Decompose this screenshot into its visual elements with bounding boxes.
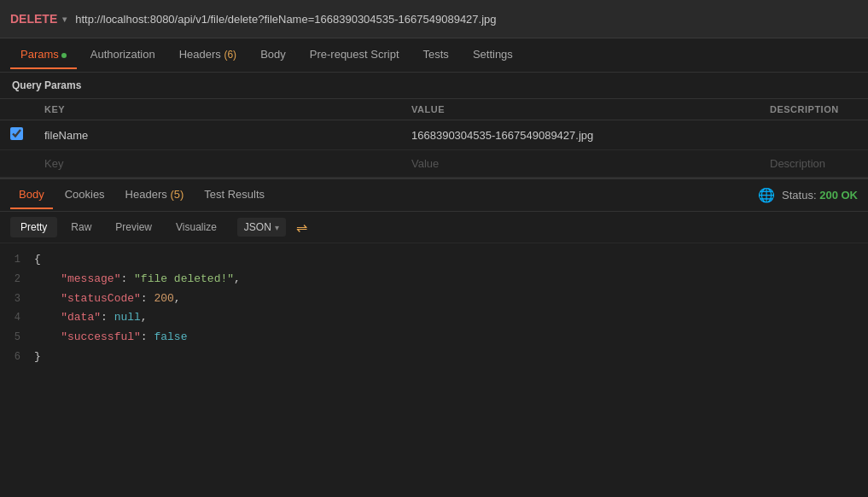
code-area: 1 { 2 "message": "file deleted!", 3 "sta… bbox=[0, 243, 868, 374]
table-row-empty: Key Value Description bbox=[0, 150, 868, 178]
globe-icon: 🌐 bbox=[758, 187, 775, 203]
empty-description[interactable]: Description bbox=[760, 150, 868, 178]
url-input[interactable] bbox=[75, 13, 858, 26]
line-num-2: 2 bbox=[0, 272, 34, 288]
tab-body[interactable]: Body bbox=[250, 41, 296, 69]
method-selector[interactable]: DELETE ▾ bbox=[10, 12, 67, 26]
code-line-3: 3 "statusCode": 200, bbox=[0, 289, 868, 309]
code-line-1: 1 { bbox=[0, 250, 868, 270]
response-tab-cookies[interactable]: Cookies bbox=[56, 181, 114, 209]
line-num-3: 3 bbox=[0, 291, 34, 307]
format-tabs: Pretty Raw Preview Visualize JSON ▾ ⇌ bbox=[0, 212, 868, 243]
empty-checkbox-cell bbox=[0, 150, 34, 178]
col-description: DESCRIPTION bbox=[760, 99, 868, 120]
status-label: Status: 200 OK bbox=[782, 189, 858, 202]
url-bar: DELETE ▾ bbox=[0, 0, 868, 38]
line-num-6: 6 bbox=[0, 349, 34, 365]
col-value: VALUE bbox=[401, 99, 760, 120]
format-chevron-icon: ▾ bbox=[275, 223, 279, 232]
response-tab-body[interactable]: Body bbox=[10, 181, 53, 209]
format-tab-raw[interactable]: Raw bbox=[61, 217, 102, 237]
params-table: KEY VALUE DESCRIPTION fileName 166839030… bbox=[0, 98, 868, 178]
format-select[interactable]: JSON ▾ bbox=[237, 218, 286, 237]
row-value[interactable]: 1668390304535-1667549089427.jpg bbox=[401, 120, 760, 150]
tab-authorization[interactable]: Authorization bbox=[80, 41, 166, 69]
tab-prerequest[interactable]: Pre-request Script bbox=[300, 41, 410, 69]
row-checkbox[interactable] bbox=[10, 127, 23, 140]
format-tab-preview[interactable]: Preview bbox=[105, 217, 162, 237]
status-code: 200 bbox=[819, 189, 838, 202]
line-num-4: 4 bbox=[0, 310, 34, 326]
params-table-header: KEY VALUE DESCRIPTION bbox=[0, 99, 868, 120]
tab-settings[interactable]: Settings bbox=[463, 41, 523, 69]
empty-key[interactable]: Key bbox=[34, 150, 401, 178]
table-row: fileName 1668390304535-1667549089427.jpg bbox=[0, 120, 868, 150]
wrap-button[interactable]: ⇌ bbox=[296, 219, 307, 236]
code-line-6: 6 } bbox=[0, 348, 868, 367]
format-tab-visualize[interactable]: Visualize bbox=[166, 217, 227, 237]
tab-params[interactable]: Params bbox=[10, 41, 77, 69]
tab-headers[interactable]: Headers (6) bbox=[169, 41, 247, 69]
code-line-4: 4 "data": null, bbox=[0, 308, 868, 328]
col-key: KEY bbox=[34, 99, 401, 120]
request-tabs: Params Authorization Headers (6) Body Pr… bbox=[0, 38, 868, 73]
line-num-5: 5 bbox=[0, 330, 34, 346]
response-tab-headers[interactable]: Headers (5) bbox=[117, 181, 193, 209]
method-chevron-icon: ▾ bbox=[62, 15, 67, 24]
empty-value[interactable]: Value bbox=[401, 150, 760, 178]
line-num-1: 1 bbox=[0, 252, 34, 268]
code-line-2: 2 "message": "file deleted!", bbox=[0, 270, 868, 289]
format-tab-pretty[interactable]: Pretty bbox=[10, 217, 57, 237]
row-description[interactable] bbox=[760, 120, 868, 150]
query-params-label: Query Params bbox=[0, 73, 868, 98]
params-dot bbox=[61, 53, 67, 58]
response-tabs: Body Cookies Headers (5) Test Results 🌐 … bbox=[0, 178, 868, 212]
col-checkbox bbox=[0, 99, 34, 120]
status-area: 🌐 Status: 200 OK bbox=[758, 187, 858, 203]
response-tab-testresults[interactable]: Test Results bbox=[195, 181, 273, 209]
method-label: DELETE bbox=[10, 12, 57, 26]
row-key[interactable]: fileName bbox=[34, 120, 401, 150]
status-ok: OK bbox=[842, 189, 859, 202]
row-checkbox-cell bbox=[0, 120, 34, 150]
code-line-5: 5 "successful": false bbox=[0, 328, 868, 348]
tab-tests[interactable]: Tests bbox=[413, 41, 459, 69]
